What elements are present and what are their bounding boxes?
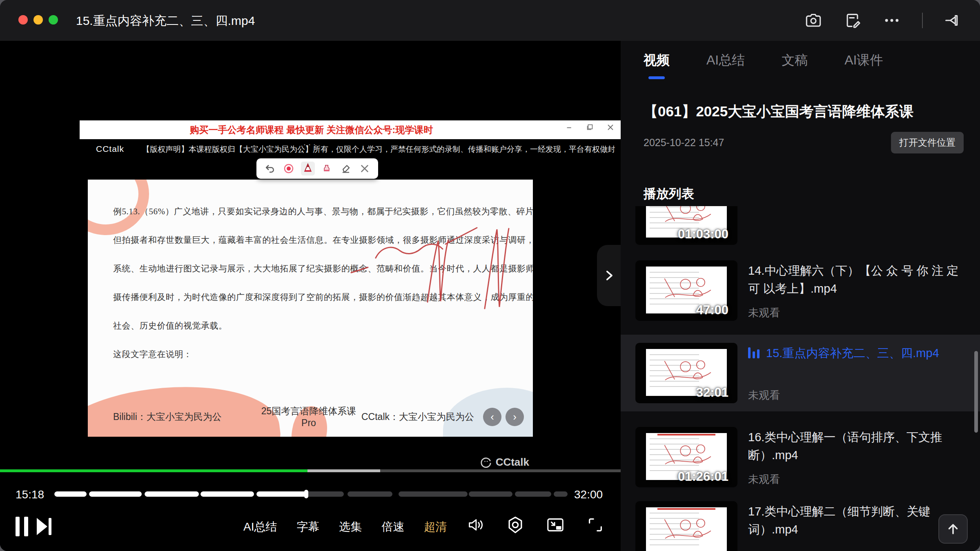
- tab-transcript[interactable]: 文稿: [782, 51, 808, 79]
- more-options-icon[interactable]: [883, 11, 901, 29]
- slide-text-line: 但拍摄者和存世数量巨大，蕴藏着丰富的社会生活信息。在专业摄影领域，很多摄影师通过…: [113, 234, 528, 263]
- progress-segment[interactable]: [89, 491, 142, 497]
- playlist-item-title: 14.中心理解六（下）【公 众 号 你 注 定 可 以考上】.mp4: [748, 260, 962, 298]
- pin-sidebar-icon[interactable]: [944, 11, 962, 29]
- app-window: 15.重点内容补充二、三、四.mp4 购买一手公考名师课程 最快更新 关注微信公…: [0, 0, 980, 551]
- video-thumbnail[interactable]: 32:01: [635, 343, 737, 403]
- progress-segment[interactable]: [256, 491, 344, 497]
- playlist-item-title: 15.重点内容补充二、三、四.mp4: [748, 343, 962, 362]
- video-thumbnail[interactable]: 01:26:01: [635, 427, 737, 487]
- video-player[interactable]: 购买一手公考名师课程 最快更新 关注微信公众号:现学课时 ··· CCtalk …: [0, 41, 621, 551]
- undo-icon[interactable]: [263, 162, 277, 176]
- fullscreen-icon: [586, 515, 605, 534]
- progress-segment[interactable]: [200, 491, 254, 497]
- close-window-button[interactable]: [18, 15, 28, 24]
- minimize-window-button[interactable]: [33, 15, 43, 24]
- playlist-item-2[interactable]: 32:01 15.重点内容补充二、三、四.mp4 未观看: [621, 335, 980, 411]
- thumbnail-annotation: [646, 507, 727, 551]
- copyright-bar: CCtalk 【版权声明】本课程版权归【大宝小宝为民为公】所有，仅限个人学习，严…: [96, 144, 615, 155]
- video-duration: 01:26:01: [678, 469, 728, 484]
- picture-in-picture-icon: [546, 515, 565, 534]
- player-button-ai-summary[interactable]: AI总结: [243, 519, 277, 535]
- tab-ai-summary[interactable]: AI总结: [706, 51, 745, 79]
- window-title: 15.重点内容补充二、三、四.mp4: [76, 13, 255, 29]
- cctalk-watermark: CCtalk: [480, 456, 529, 469]
- playlist-item-0[interactable]: 01:03:00 未观看: [621, 206, 980, 245]
- notes-edit-icon[interactable]: [844, 11, 862, 29]
- sidebar-scrollbar[interactable]: [974, 351, 978, 433]
- laser-record-icon[interactable]: [282, 162, 296, 176]
- player-button-quality[interactable]: 超清: [424, 519, 447, 535]
- drawing-toolbar: [256, 158, 378, 179]
- progress-segment[interactable]: [554, 491, 568, 497]
- video-thumbnail[interactable]: [635, 501, 737, 551]
- video-thumbnail[interactable]: 01:03:00: [635, 206, 737, 245]
- fullscreen-button[interactable]: [586, 515, 605, 535]
- next-video-button[interactable]: [36, 517, 52, 538]
- playlist-item-1[interactable]: 47:00 14.中心理解六（下）【公 众 号 你 注 定 可 以考上】.mp4…: [621, 260, 980, 321]
- slide-next-button[interactable]: ›: [506, 408, 524, 426]
- collapse-sidebar-handle[interactable]: [597, 245, 621, 306]
- playlist: 01:03:00 未观看 47:00 14.中心理解六（下）【公 众 号 你: [621, 206, 980, 551]
- volume-button[interactable]: [466, 515, 485, 535]
- pause-button[interactable]: [16, 517, 28, 536]
- playlist-item-info: 16.类中心理解一（语句排序、下文推断）.mp4 未观看: [748, 427, 962, 487]
- recorded-close-icon: [606, 123, 615, 132]
- banner-promo-text: 购买一手公考名师课程 最快更新 关注微信公众号:现学课时: [80, 124, 543, 136]
- video-thumbnail[interactable]: 47:00: [635, 260, 737, 321]
- video-frame[interactable]: 购买一手公考名师课程 最快更新 关注微信公众号:现学课时 ··· CCtalk …: [0, 120, 621, 473]
- screenshot-camera-icon[interactable]: [804, 11, 822, 29]
- slide-footer: Bilibili：大宝小宝为民为公 25国考言语降维体系课Pro CCtalk：…: [113, 405, 524, 429]
- playlist-header: 播放列表: [644, 185, 694, 202]
- slide-text-line: 系统、生动地进行图文记录与展示，大大地拓展了纪实摄影的概念、范畴和价值。当今时代…: [113, 263, 528, 291]
- progress-segment[interactable]: [347, 491, 392, 497]
- copyright-text: 【版权声明】本课程版权归【大宝小宝为民为公】所有，仅限个人学习，严禁任何形式的录…: [142, 144, 615, 155]
- sidebar: 视频AI总结文稿AI课件 【061】2025大宝小宝国考言语降维体系课 2025…: [621, 41, 980, 551]
- tab-video[interactable]: 视频: [644, 51, 670, 79]
- video-duration: 32:01: [696, 385, 728, 400]
- player-icon-buttons: [466, 515, 605, 535]
- recorded-minimize-icon: [565, 123, 574, 132]
- current-time: 15:18: [16, 488, 44, 501]
- embedded-progress-segment: [380, 469, 621, 472]
- cctalk-smiley-icon: [480, 456, 492, 469]
- active-tab-underline: [648, 76, 665, 79]
- sidebar-tabs: 视频AI总结文稿AI课件: [644, 51, 883, 79]
- playlist-item-info: 未观看: [748, 206, 962, 245]
- titlebar-divider: [922, 13, 923, 28]
- seek-bar[interactable]: [54, 491, 570, 497]
- progress-segment[interactable]: [54, 491, 87, 497]
- slide-text: 例5.13.（56%）广义地讲，只要如实记录身边的人与事、景与物，都属于纪实摄影…: [113, 206, 528, 377]
- close-toolbar-icon[interactable]: [358, 162, 372, 176]
- chevron-right-icon: [602, 269, 616, 282]
- video-inner-banner: 购买一手公考名师课程 最快更新 关注微信公众号:现学课时: [80, 120, 621, 139]
- playlist-item-3[interactable]: 01:26:01 16.类中心理解一（语句排序、下文推断）.mp4 未观看: [621, 427, 980, 487]
- marker-tool-icon[interactable]: [320, 162, 334, 176]
- playlist-item-4[interactable]: 17.类中心理解二（细节判断、关键词）.mp4: [621, 501, 980, 551]
- recorded-window-controls: [565, 123, 615, 132]
- bilibili-credit: Bilibili：大宝小宝为民为公: [113, 411, 256, 423]
- player-button-episodes[interactable]: 选集: [339, 519, 362, 535]
- tab-ai-courseware[interactable]: AI课件: [844, 51, 883, 79]
- playlist-item-info: 15.重点内容补充二、三、四.mp4 未观看: [748, 343, 962, 403]
- player-button-subtitles[interactable]: 字幕: [296, 519, 319, 535]
- watch-status: 未观看: [748, 306, 962, 321]
- progress-segment[interactable]: [469, 491, 512, 497]
- player-button-speed[interactable]: 倍速: [381, 519, 404, 535]
- titlebar: 15.重点内容补充二、三、四.mp4: [0, 0, 980, 41]
- playhead[interactable]: [304, 490, 308, 498]
- eraser-icon[interactable]: [339, 162, 353, 176]
- progress-segment[interactable]: [145, 491, 199, 497]
- watch-status: 未观看: [748, 388, 962, 403]
- video-duration: 47:00: [696, 303, 728, 318]
- progress-segment[interactable]: [515, 491, 551, 497]
- open-file-location-button[interactable]: 打开文件位置: [891, 132, 964, 153]
- settings-button[interactable]: [506, 515, 525, 535]
- zoom-window-button[interactable]: [49, 15, 58, 24]
- scroll-to-top-button[interactable]: [938, 514, 968, 544]
- course-date: 2025-10-22 15:47: [644, 137, 724, 149]
- progress-segment[interactable]: [399, 491, 468, 497]
- pen-tool-icon[interactable]: [301, 162, 315, 176]
- pip-button[interactable]: [546, 515, 565, 535]
- slide-prev-button[interactable]: ‹: [483, 408, 501, 426]
